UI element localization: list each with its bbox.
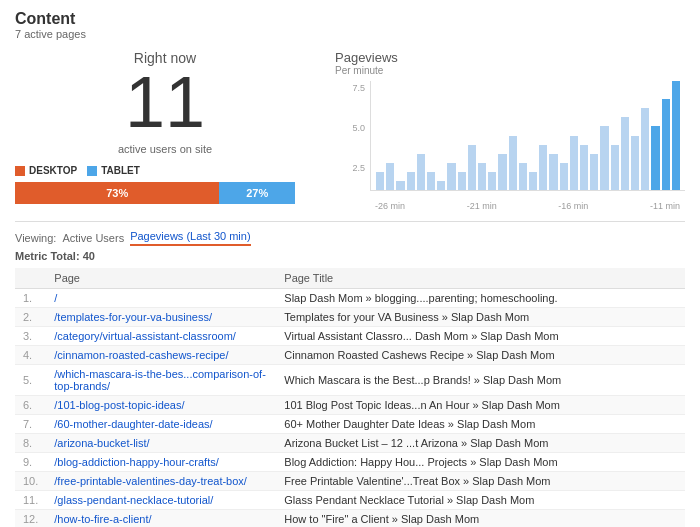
row-page-7[interactable]: /arizona-bucket-list/ xyxy=(46,434,276,453)
chart-content xyxy=(370,81,685,191)
page-link-0[interactable]: / xyxy=(54,292,57,304)
chart-bar-14 xyxy=(519,163,527,190)
chart-bar-8 xyxy=(458,172,466,190)
table-row: 2. /templates-for-your-va-business/ Temp… xyxy=(15,308,685,327)
page-link-6[interactable]: /60-mother-daughter-date-ideas/ xyxy=(54,418,212,430)
top-section: Right now 11 active users on site DESKTO… xyxy=(15,50,685,211)
table-row: 12. /how-to-fire-a-client/ How to "Fire"… xyxy=(15,510,685,528)
page-subtitle: 7 active pages xyxy=(15,28,685,40)
metric-label: Metric Total: xyxy=(15,250,83,262)
chart-bar-15 xyxy=(529,172,537,190)
page-link-10[interactable]: /glass-pendant-necklace-tutorial/ xyxy=(54,494,213,506)
row-title-1: Templates for your VA Business » Slap Da… xyxy=(276,308,685,327)
desktop-label: DESKTOP xyxy=(29,165,77,176)
row-num-4: 5. xyxy=(15,365,46,396)
desktop-icon xyxy=(15,166,25,176)
chart-bar-20 xyxy=(580,145,588,190)
row-page-8[interactable]: /blog-addiction-happy-hour-crafts/ xyxy=(46,453,276,472)
page-link-4[interactable]: /which-mascara-is-the-bes...comparison-o… xyxy=(54,368,266,392)
metric-total: Metric Total: 40 xyxy=(15,250,685,262)
row-page-11[interactable]: /how-to-fire-a-client/ xyxy=(46,510,276,528)
page-link-11[interactable]: /how-to-fire-a-client/ xyxy=(54,513,151,525)
page-link-1[interactable]: /templates-for-your-va-business/ xyxy=(54,311,212,323)
active-users-label: active users on site xyxy=(15,143,315,155)
header: Content 7 active pages xyxy=(15,10,685,40)
row-title-3: Cinnamon Roasted Cashews Recipe » Slap D… xyxy=(276,346,685,365)
row-num-3: 4. xyxy=(15,346,46,365)
row-page-10[interactable]: /glass-pendant-necklace-tutorial/ xyxy=(46,491,276,510)
pageviews-link[interactable]: Pageviews (Last 30 min) xyxy=(130,230,250,246)
desktop-bar: 73% xyxy=(15,182,219,204)
y-label-75: 7.5 xyxy=(352,83,365,93)
row-title-8: Blog Addiction: Happy Hou... Projects » … xyxy=(276,453,685,472)
row-page-0[interactable]: / xyxy=(46,289,276,308)
page-link-3[interactable]: /cinnamon-roasted-cashews-recipe/ xyxy=(54,349,228,361)
chart-bar-0 xyxy=(376,172,384,190)
chart-bar-21 xyxy=(590,154,598,190)
pageviews-title: Pageviews xyxy=(335,50,685,65)
chart-bar-1 xyxy=(386,163,394,190)
chart-bar-24 xyxy=(621,117,629,190)
table-body: 1. / Slap Dash Mom » blogging....parenti… xyxy=(15,289,685,528)
table-row: 7. /60-mother-daughter-date-ideas/ 60+ M… xyxy=(15,415,685,434)
chart-bar-2 xyxy=(396,181,404,190)
row-title-7: Arizona Bucket List – 12 ...t Arizona » … xyxy=(276,434,685,453)
page-link-9[interactable]: /free-printable-valentines-day-treat-box… xyxy=(54,475,247,487)
col-header-page: Page xyxy=(46,268,276,289)
row-num-9: 10. xyxy=(15,472,46,491)
chart-bar-25 xyxy=(631,136,639,191)
x-label-1: -26 min xyxy=(375,201,405,211)
chart-bar-27 xyxy=(651,126,659,190)
chart-bar-11 xyxy=(488,172,496,190)
row-page-5[interactable]: /101-blog-post-topic-ideas/ xyxy=(46,396,276,415)
row-page-4[interactable]: /which-mascara-is-the-bes...comparison-o… xyxy=(46,365,276,396)
right-panel: Pageviews Per minute 7.5 5.0 2.5 -26 min… xyxy=(335,50,685,211)
row-title-2: Virtual Assistant Classro... Dash Mom » … xyxy=(276,327,685,346)
page-link-7[interactable]: /arizona-bucket-list/ xyxy=(54,437,149,449)
chart-bar-18 xyxy=(560,163,568,190)
row-title-4: Which Mascara is the Best...p Brands! » … xyxy=(276,365,685,396)
chart-bar-28 xyxy=(662,99,670,190)
table-row: 6. /101-blog-post-topic-ideas/ 101 Blog … xyxy=(15,396,685,415)
table-row: 4. /cinnamon-roasted-cashews-recipe/ Cin… xyxy=(15,346,685,365)
page-link-8[interactable]: /blog-addiction-happy-hour-crafts/ xyxy=(54,456,218,468)
table-row: 8. /arizona-bucket-list/ Arizona Bucket … xyxy=(15,434,685,453)
x-label-3: -16 min xyxy=(558,201,588,211)
row-page-2[interactable]: /category/virtual-assistant-classroom/ xyxy=(46,327,276,346)
active-users-link[interactable]: Active Users xyxy=(62,232,124,244)
chart-area: 7.5 5.0 2.5 -26 min -21 min -16 min -11 … xyxy=(335,81,685,211)
chart-y-axis: 7.5 5.0 2.5 xyxy=(335,81,370,211)
row-page-6[interactable]: /60-mother-daughter-date-ideas/ xyxy=(46,415,276,434)
viewing-label: Viewing: xyxy=(15,232,56,244)
chart-bar-23 xyxy=(611,145,619,190)
tablet-icon xyxy=(87,166,97,176)
device-bar: 73% 27% xyxy=(15,182,295,204)
chart-bar-16 xyxy=(539,145,547,190)
metric-value: 40 xyxy=(83,250,95,262)
desktop-legend: DESKTOP xyxy=(15,165,77,176)
row-num-10: 11. xyxy=(15,491,46,510)
page-link-5[interactable]: /101-blog-post-topic-ideas/ xyxy=(54,399,184,411)
row-title-5: 101 Blog Post Topic Ideas...n An Hour » … xyxy=(276,396,685,415)
table-row: 10. /free-printable-valentines-day-treat… xyxy=(15,472,685,491)
chart-bar-4 xyxy=(417,154,425,190)
page-link-2[interactable]: /category/virtual-assistant-classroom/ xyxy=(54,330,236,342)
x-label-4: -11 min xyxy=(650,201,680,211)
row-page-9[interactable]: /free-printable-valentines-day-treat-box… xyxy=(46,472,276,491)
chart-bar-7 xyxy=(447,163,455,190)
tablet-label: TABLET xyxy=(101,165,140,176)
tablet-bar: 27% xyxy=(219,182,295,204)
chart-bar-26 xyxy=(641,108,649,190)
chart-bar-22 xyxy=(600,126,608,190)
chart-bar-6 xyxy=(437,181,445,190)
table-row: 3. /category/virtual-assistant-classroom… xyxy=(15,327,685,346)
row-num-2: 3. xyxy=(15,327,46,346)
row-page-1[interactable]: /templates-for-your-va-business/ xyxy=(46,308,276,327)
tablet-legend: TABLET xyxy=(87,165,140,176)
row-page-3[interactable]: /cinnamon-roasted-cashews-recipe/ xyxy=(46,346,276,365)
row-num-7: 8. xyxy=(15,434,46,453)
row-num-0: 1. xyxy=(15,289,46,308)
row-num-11: 12. xyxy=(15,510,46,528)
y-label-50: 5.0 xyxy=(352,123,365,133)
per-minute-label: Per minute xyxy=(335,65,685,76)
